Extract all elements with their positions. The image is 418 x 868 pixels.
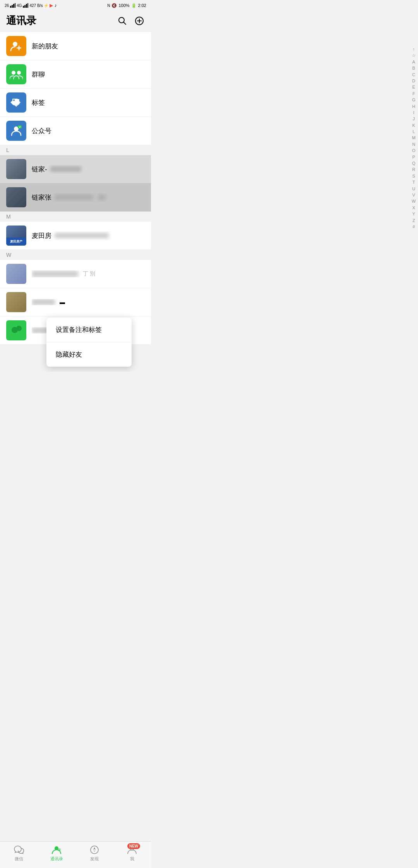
svg-rect-5	[24, 5, 26, 8]
signal-icon2	[23, 3, 28, 8]
contact-info-maitian: 麦田房	[32, 231, 145, 240]
group-chat-label: 群聊	[32, 70, 45, 79]
signal-icon	[10, 3, 15, 8]
new-friends-icon	[6, 36, 26, 56]
mute-icon: 🔇	[111, 3, 117, 8]
section-w-header: W	[0, 250, 151, 260]
svg-rect-0	[10, 6, 11, 8]
section-l-header: L	[0, 145, 151, 155]
group-icon	[10, 69, 23, 80]
contact-info-w1: 丁 別	[32, 270, 145, 277]
search-icon	[118, 16, 127, 26]
contact-name-blurred-maitian	[55, 233, 109, 238]
battery-icon: 🔋	[131, 3, 137, 8]
signal-text: 26	[5, 3, 9, 8]
status-bar: 26 4G 427 B/s ⚡ ▶ ♪ N 🔇 100% 🔋 2:02	[0, 0, 151, 11]
battery-text: 100%	[118, 3, 129, 8]
group-chat-icon	[6, 64, 26, 84]
context-menu-overlay[interactable]	[0, 155, 151, 212]
svg-rect-1	[12, 5, 13, 8]
contact-w2[interactable]: ▬	[0, 288, 151, 316]
svg-rect-6	[26, 4, 27, 8]
new-friends-label: 新的朋友	[32, 42, 58, 51]
svg-line-9	[124, 22, 126, 24]
set-remark-item[interactable]: 设置备注和标签	[46, 318, 132, 342]
page-content: 新的朋友 群聊	[0, 32, 151, 372]
tags-label: 标签	[32, 98, 45, 107]
maitian-logo-text: 麦田房产	[10, 239, 22, 244]
header-icons	[117, 15, 145, 26]
svg-point-13	[13, 42, 17, 46]
svg-rect-2	[13, 4, 14, 8]
svg-point-16	[12, 71, 15, 75]
contact-avatar-maitian: 麦田房产	[6, 226, 26, 246]
context-menu: 设置备注和标签 隐藏好友	[46, 318, 132, 367]
contact-name-blurred-w1	[32, 271, 78, 277]
svg-text:V: V	[19, 126, 21, 128]
special-items-list: 新的朋友 群聊	[0, 32, 151, 145]
official-label: 公众号	[32, 126, 51, 135]
new-friends-item[interactable]: 新的朋友	[0, 32, 151, 60]
app-icon1: ▶	[50, 3, 53, 8]
network-type: 4G	[17, 3, 22, 8]
search-button[interactable]	[117, 15, 128, 26]
contacts-section: 链家- 链家张 设置备注和标签 隐藏好友	[0, 155, 151, 212]
hide-friend-item[interactable]: 隐藏好友	[46, 342, 132, 367]
nfc-icon: N	[107, 3, 110, 8]
contact-info-w2: ▬	[32, 299, 145, 305]
tags-icon	[6, 92, 26, 113]
contact-avatar-w2	[6, 292, 26, 312]
contact-avatar-w3	[6, 320, 26, 340]
page-title: 通讯录	[6, 14, 36, 27]
official-icon: V	[6, 121, 26, 141]
status-left: 26 4G 427 B/s ⚡ ▶ ♪	[5, 3, 57, 8]
svg-rect-7	[27, 3, 28, 8]
svg-point-19	[13, 99, 15, 101]
official-item[interactable]: V 公众号	[0, 117, 151, 145]
network-speed: 427 B/s	[29, 3, 43, 8]
add-icon	[135, 16, 144, 26]
contact-name-maitian: 麦田房	[32, 231, 51, 240]
svg-rect-4	[23, 6, 24, 8]
tags-item[interactable]: 标签	[0, 89, 151, 117]
contact-name-label-w2: ▬	[60, 299, 65, 305]
person-add-icon	[10, 40, 22, 52]
status-right: N 🔇 100% 🔋 2:02	[107, 3, 146, 8]
add-button[interactable]	[134, 15, 145, 26]
contact-name-suffix-w1: 丁 別	[83, 270, 95, 277]
group-chat-item[interactable]: 群聊	[0, 60, 151, 89]
app-icon2: ♪	[54, 3, 57, 8]
contact-avatar-w1	[6, 264, 26, 284]
svg-point-24	[16, 326, 22, 331]
contact-name-blurred-w2	[32, 299, 55, 305]
svg-point-17	[17, 71, 21, 75]
tag-icon	[10, 97, 22, 108]
svg-rect-3	[15, 3, 15, 8]
contact-w1[interactable]: 丁 別	[0, 260, 151, 288]
time: 2:02	[138, 3, 146, 8]
contact-maitian[interactable]: 麦田房产 麦田房	[0, 222, 151, 250]
section-m-header: M	[0, 212, 151, 222]
person-badge-icon: V	[10, 125, 22, 137]
wechat-icon	[10, 325, 22, 336]
header: 通讯录	[0, 11, 151, 32]
usb-icon: ⚡	[44, 3, 48, 8]
